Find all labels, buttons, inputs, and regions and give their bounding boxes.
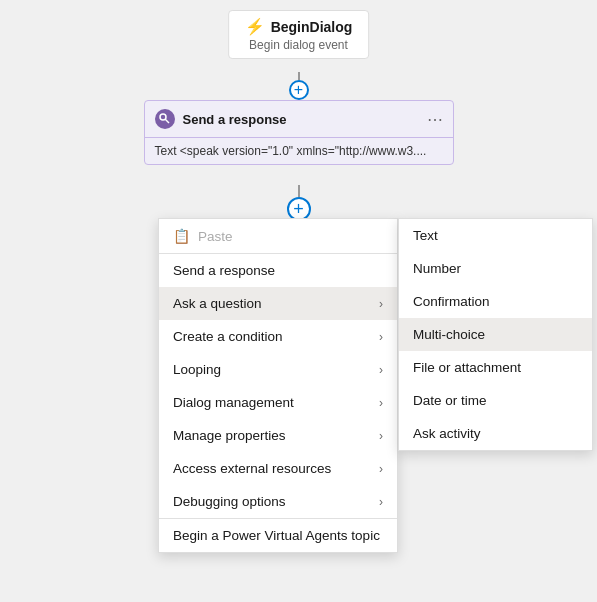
dialog-management-label: Dialog management [173,395,294,410]
manage-properties-chevron: › [379,429,383,443]
create-condition-label: Create a condition [173,329,283,344]
lightning-icon: ⚡ [245,17,265,36]
menu-item-create-condition[interactable]: Create a condition › [159,320,397,353]
dialog-management-chevron: › [379,396,383,410]
line-top [298,72,300,80]
canvas: ⚡ BeginDialog Begin dialog event + Send … [0,0,597,602]
ask-question-label: Ask a question [173,296,262,311]
menu-item-begin-pva[interactable]: Begin a Power Virtual Agents topic [159,519,397,552]
date-time-label: Date or time [413,393,487,408]
submenu-item-text[interactable]: Text [399,219,592,252]
send-response-label: Send a response [173,263,275,278]
send-icon [155,109,175,129]
create-condition-chevron: › [379,330,383,344]
looping-chevron: › [379,363,383,377]
top-plus-button[interactable]: + [289,80,309,100]
paste-label: Paste [198,229,233,244]
access-external-chevron: › [379,462,383,476]
plus-connector: + [287,185,311,221]
menu-item-ask-question[interactable]: Ask a question › [159,287,397,320]
paste-icon: 📋 [173,228,190,244]
main-dropdown-menu: 📋 Paste Send a response Ask a question ›… [158,218,398,553]
menu-item-access-external[interactable]: Access external resources › [159,452,397,485]
menu-item-manage-properties[interactable]: Manage properties › [159,419,397,452]
more-options-button[interactable]: ⋯ [427,110,443,129]
menu-item-debugging[interactable]: Debugging options › [159,485,397,518]
file-attachment-label: File or attachment [413,360,521,375]
send-response-body: Text <speak version="1.0" xmlns="http://… [145,138,453,164]
menu-item-looping[interactable]: Looping › [159,353,397,386]
begin-dialog-node: ⚡ BeginDialog Begin dialog event [228,10,370,59]
submenu-item-ask-activity[interactable]: Ask activity [399,417,592,450]
begin-dialog-title: ⚡ BeginDialog [245,17,353,36]
submenu-item-date-time[interactable]: Date or time [399,384,592,417]
number-label: Number [413,261,461,276]
begin-dialog-label: BeginDialog [271,19,353,35]
multi-choice-label: Multi-choice [413,327,485,342]
connector-line-1 [298,185,300,197]
submenu-item-confirmation[interactable]: Confirmation [399,285,592,318]
menu-item-paste[interactable]: 📋 Paste [159,219,397,253]
debugging-chevron: › [379,495,383,509]
svg-line-1 [165,119,169,123]
send-response-title: Send a response [183,112,287,127]
submenu-item-file-attachment[interactable]: File or attachment [399,351,592,384]
debugging-label: Debugging options [173,494,286,509]
text-label: Text [413,228,438,243]
send-response-left: Send a response [155,109,287,129]
submenu-item-number[interactable]: Number [399,252,592,285]
looping-label: Looping [173,362,221,377]
menu-item-send-response[interactable]: Send a response [159,254,397,287]
menu-item-dialog-management[interactable]: Dialog management › [159,386,397,419]
send-response-card: Send a response ⋯ Text <speak version="1… [144,100,454,165]
ask-activity-label: Ask activity [413,426,481,441]
confirmation-label: Confirmation [413,294,490,309]
submenu-item-multi-choice[interactable]: Multi-choice [399,318,592,351]
begin-pva-label: Begin a Power Virtual Agents topic [173,528,380,543]
begin-dialog-subtitle: Begin dialog event [249,38,348,52]
manage-properties-label: Manage properties [173,428,286,443]
send-response-header: Send a response ⋯ [145,101,453,138]
ask-question-submenu: Text Number Confirmation Multi-choice Fi… [398,218,593,451]
begin-dialog-box: ⚡ BeginDialog Begin dialog event [228,10,370,59]
ask-question-chevron: › [379,297,383,311]
access-external-label: Access external resources [173,461,331,476]
